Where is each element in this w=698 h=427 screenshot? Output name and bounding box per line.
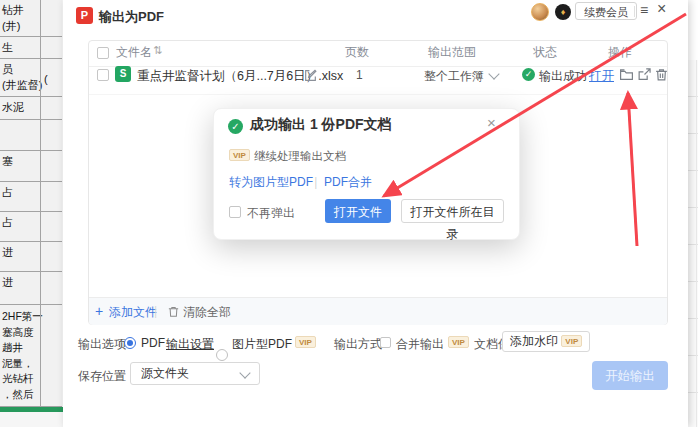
add-watermark-label: 添加水印 [510,334,558,348]
sheet-cell: 钻井 (井) [0,0,62,37]
pdf-merge-link[interactable]: PDF合并 [324,174,372,191]
open-folder-button[interactable]: 打开文件所在目录 [401,199,504,223]
menu-icon[interactable]: ≡ [640,2,648,18]
save-location-label: 保存位置： [78,368,138,385]
open-link[interactable]: 打开 [589,68,614,85]
sheet-cell: 生 [0,37,62,59]
success-check-icon: ✓ [522,68,535,81]
titlebar-separator [634,6,635,17]
renew-membership-button[interactable]: 续费会员 [575,2,637,20]
no-popup-checkbox[interactable] [229,206,241,218]
spreadsheet-file-icon: S [115,66,131,82]
status-text: 输出成功 [539,68,587,85]
rename-icon[interactable] [303,68,318,83]
modal-title: 成功输出 1 份PDF文档 [250,116,392,134]
radio-pdf[interactable] [124,337,136,349]
clear-all-button[interactable]: 清除全部 [183,304,231,321]
plus-icon[interactable]: + [95,304,103,318]
clear-trash-icon[interactable] [167,305,180,318]
sheet-cell: 进 [0,272,62,305]
radio-image-pdf-label[interactable]: 图片型PDF [232,336,292,353]
column-header-filename: 文件名 [116,44,152,61]
vip-badge: VIP [229,149,250,161]
sheet-cell: 进 [0,242,62,272]
sheet-cell: 员 (井监督) [0,59,62,97]
add-file-button[interactable]: 添加文件 [109,304,157,321]
background-spreadsheet-left: 钻井 (井) 生 员 (井监督) 水泥 塞 占 占 进 进 2HF第一 塞高度 … [0,0,63,427]
save-location-value: 源文件夹 [141,366,189,380]
save-location-select[interactable]: 源文件夹 [130,362,260,385]
start-export-button[interactable]: 开始输出 [592,361,668,390]
row-divider [89,94,667,95]
vip-badge: VIP [448,336,469,348]
column-header-range: 输出范围 [428,44,476,61]
merge-output-checkbox[interactable] [380,337,391,348]
modal-close-icon[interactable]: × [487,114,496,131]
column-header-pages: 页数 [345,44,369,61]
sort-icon[interactable]: ⇅ [153,44,162,57]
open-file-button[interactable]: 打开文件 [325,199,391,223]
vip-badge: VIP [295,336,316,348]
chevron-down-icon [239,367,250,378]
to-image-pdf-link[interactable]: 转为图片型PDF [229,174,313,191]
window-title: 输出为PDF [99,8,164,26]
output-range-dropdown[interactable]: 整个工作簿 [424,68,484,85]
no-popup-label[interactable]: 不再弹出 [247,205,295,222]
sheet-selection-border [0,407,63,412]
sheet-note-cell: 2HF第一 塞高度 趟井 泥量， 光钻杆 ，然后 [0,305,62,407]
radio-pdf-label[interactable]: PDF [141,336,165,350]
row-checkbox[interactable] [97,69,109,81]
select-all-checkbox[interactable] [97,47,109,59]
close-icon[interactable]: × [657,0,666,18]
vip-membership-icon[interactable]: ♦ [555,4,571,20]
merge-output-label[interactable]: 合并输出 [396,336,444,353]
vip-badge: VIP [561,335,582,347]
pdf-app-icon: P [76,7,93,24]
column-header-status: 状态 [533,44,557,61]
radio-image-pdf[interactable] [216,349,228,361]
delete-icon[interactable] [654,67,669,82]
share-icon[interactable] [637,67,652,82]
modal-success-check-icon: ✓ [228,119,243,134]
sheet-cell: 水泥 [0,97,62,120]
sheet-gridline [40,0,41,407]
add-watermark-button[interactable]: 添加水印 VIP [502,331,590,352]
footer-divider: | [154,304,157,318]
column-header-actions: 操作 [608,44,632,61]
page-count: 1 [356,68,363,82]
sheet-cell-fragment: ( [44,73,48,85]
open-folder-icon[interactable] [619,67,634,82]
modal-link-divider: ｜ [310,174,322,191]
background-spreadsheet-right [688,60,698,427]
header-divider [89,66,667,67]
modal-vip-text: 继续处理输出文档 [254,149,346,164]
sheet-cell: 占 [0,212,62,242]
sheet-cell: 塞 [0,151,62,182]
user-avatar[interactable] [531,3,549,21]
output-settings-link[interactable]: 输出设置 [166,336,214,353]
sheet-cell [0,120,62,151]
sheet-cell: 占 [0,182,62,212]
